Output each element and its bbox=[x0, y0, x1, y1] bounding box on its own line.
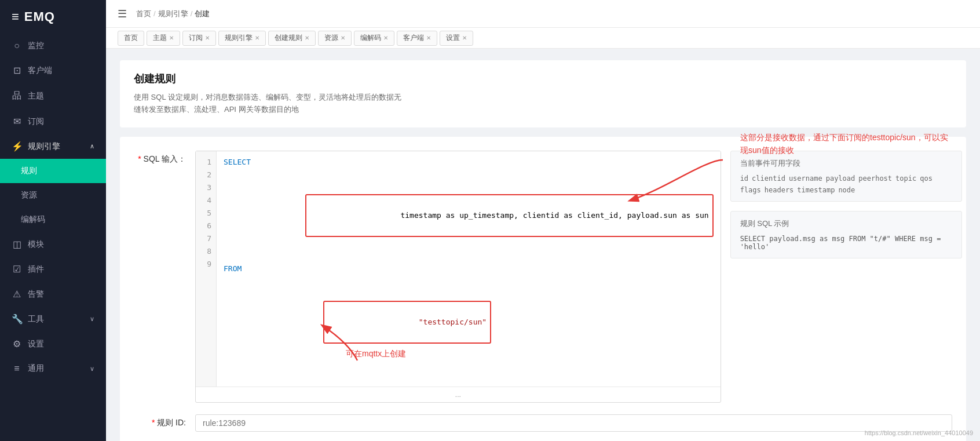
tab-topic-label: 主题 bbox=[153, 33, 167, 43]
example-title: 规则 SQL 示例 bbox=[740, 218, 952, 229]
sidebar-label-rule-engine: 规则引擎 bbox=[28, 141, 60, 152]
breadcrumb-home[interactable]: 首页 bbox=[136, 9, 151, 19]
field-flags[interactable]: flags bbox=[740, 186, 761, 194]
sidebar-label-resource: 资源 bbox=[21, 190, 37, 201]
field-id[interactable]: id bbox=[740, 174, 748, 183]
field-headers[interactable]: headers bbox=[765, 186, 794, 194]
tabbar: 首页 主题 ✕ 订阅 ✕ 规则引擎 ✕ 创建规则 ✕ 资源 ✕ 编解码 ✕ 客户… bbox=[106, 28, 980, 49]
fields-grid: id clientid username payload peerhost to… bbox=[740, 174, 952, 194]
field-qos[interactable]: qos bbox=[920, 174, 933, 183]
page-header: 创建规则 使用 SQL 设定规则，对消息数据筛选、编解码、变型，灵活地将处理后的… bbox=[120, 60, 966, 127]
rule-id-row: * 规则 ID: bbox=[134, 414, 952, 432]
breadcrumb-sep2: / bbox=[191, 9, 193, 18]
sidebar-item-monitor[interactable]: ○ 监控 bbox=[0, 34, 106, 58]
tab-settings[interactable]: 设置 ✕ bbox=[440, 31, 473, 46]
field-peerhost[interactable]: peerhost bbox=[858, 174, 892, 183]
general-chevron: ∨ bbox=[90, 365, 94, 373]
tab-subscribe[interactable]: 订阅 ✕ bbox=[182, 31, 216, 46]
tab-topic[interactable]: 主题 ✕ bbox=[147, 31, 180, 46]
logo-text: EMQ bbox=[24, 9, 55, 24]
sidebar-item-tools[interactable]: 🔧 工具 ∨ bbox=[0, 307, 106, 331]
field-node[interactable]: node bbox=[838, 186, 855, 194]
field-timestamp[interactable]: timestamp bbox=[797, 186, 835, 194]
sidebar-label-monitor: 监控 bbox=[28, 41, 44, 51]
sidebar-item-general[interactable]: ≡ 通用 ∨ bbox=[0, 356, 106, 381]
field-payload[interactable]: payload bbox=[826, 174, 855, 183]
sidebar-item-rule[interactable]: 规则 bbox=[0, 159, 106, 183]
rule-id-input[interactable] bbox=[195, 414, 952, 432]
sql-editor-row: * SQL 输入： 1 2 3 4 5 6 bbox=[134, 151, 952, 403]
logo-icon: ≡ bbox=[12, 9, 20, 24]
field-username[interactable]: username bbox=[789, 174, 822, 183]
sidebar-item-client[interactable]: ⊡ 客户端 bbox=[0, 58, 106, 83]
alert-icon: ⚠ bbox=[12, 289, 22, 300]
sidebar-label-alert: 告警 bbox=[28, 289, 44, 300]
tab-rule-engine-label: 规则引擎 bbox=[225, 33, 253, 43]
tab-rule-engine-close[interactable]: ✕ bbox=[255, 35, 259, 41]
tab-resource-close[interactable]: ✕ bbox=[341, 35, 345, 41]
code-line-2 bbox=[224, 169, 714, 181]
content-area: 创建规则 使用 SQL 设定规则，对消息数据筛选、编解码、变型，灵活地将处理后的… bbox=[106, 49, 980, 441]
tab-subscribe-label: 订阅 bbox=[189, 33, 203, 43]
tab-client-close[interactable]: ✕ bbox=[426, 35, 431, 41]
sidebar-item-resource[interactable]: 资源 bbox=[0, 183, 106, 207]
sql-editor[interactable]: 1 2 3 4 5 6 7 8 9 SELECT bbox=[196, 151, 721, 387]
sidebar-label-settings: 设置 bbox=[28, 339, 44, 349]
sidebar-item-topic[interactable]: 品 主题 bbox=[0, 83, 106, 109]
line-9: 9 bbox=[200, 258, 211, 271]
hamburger-icon[interactable]: ☰ bbox=[118, 8, 127, 20]
tab-create-rule[interactable]: 创建规则 ✕ bbox=[268, 31, 316, 46]
tab-subscribe-close[interactable]: ✕ bbox=[205, 35, 210, 41]
tab-client[interactable]: 客户端 ✕ bbox=[397, 31, 437, 46]
page-desc-line1: 使用 SQL 设定规则，对消息数据筛选、编解码、变型，灵活地将处理后的数据无 bbox=[134, 93, 401, 101]
breadcrumb-create: 创建 bbox=[195, 9, 210, 19]
sql-label: * SQL 输入： bbox=[134, 151, 186, 165]
breadcrumb-sep1: / bbox=[153, 9, 156, 18]
example-section: 规则 SQL 示例 SELECT payload.msg as msg FROM… bbox=[730, 211, 962, 258]
line-3: 3 bbox=[200, 181, 211, 194]
tab-home[interactable]: 首页 bbox=[118, 31, 144, 46]
tab-settings-close[interactable]: ✕ bbox=[462, 35, 467, 41]
sidebar-label-subscribe: 订阅 bbox=[28, 116, 44, 127]
sidebar-item-settings[interactable]: ⚙ 设置 bbox=[0, 331, 106, 356]
rule-engine-chevron: ∧ bbox=[90, 143, 94, 150]
sql-editor-container[interactable]: 1 2 3 4 5 6 7 8 9 SELECT bbox=[195, 151, 721, 403]
topnav: ☰ 首页 / 规则引擎 / 创建 bbox=[106, 0, 980, 28]
sidebar-label-topic: 主题 bbox=[28, 91, 44, 101]
code-line-9 bbox=[224, 369, 714, 382]
line-numbers: 1 2 3 4 5 6 7 8 9 bbox=[196, 151, 217, 387]
sidebar-label-general: 通用 bbox=[28, 363, 44, 374]
sidebar-item-rule-engine[interactable]: ⚡ 规则引擎 ∧ bbox=[0, 134, 106, 159]
tab-resource[interactable]: 资源 ✕ bbox=[318, 31, 352, 46]
sidebar-item-subscribe[interactable]: ✉ 订阅 bbox=[0, 109, 106, 134]
sidebar-item-alert[interactable]: ⚠ 告警 bbox=[0, 282, 106, 307]
client-icon: ⊡ bbox=[12, 65, 22, 76]
tab-topic-close[interactable]: ✕ bbox=[169, 35, 174, 41]
breadcrumb-rule-engine[interactable]: 规则引擎 bbox=[158, 9, 188, 19]
main-area: ☰ 首页 / 规则引擎 / 创建 首页 主题 ✕ 订阅 ✕ 规则引擎 ✕ 创建规… bbox=[106, 0, 980, 441]
editor-footer: ... bbox=[196, 387, 721, 402]
sidebar-item-codec[interactable]: 编解码 bbox=[0, 207, 106, 232]
code-line-7: "testtopic/sun" bbox=[224, 288, 714, 356]
code-content[interactable]: SELECT timestamp as up_timestamp, client… bbox=[217, 151, 721, 387]
sidebar-item-plugin[interactable]: ☑ 插件 bbox=[0, 257, 106, 282]
module-icon: ◫ bbox=[12, 239, 22, 250]
field-clientid[interactable]: clientid bbox=[752, 174, 785, 183]
field-topic[interactable]: topic bbox=[895, 174, 916, 183]
line-2: 2 bbox=[200, 169, 211, 181]
code-line-3: timestamp as up_timestamp, clientid as c… bbox=[224, 181, 714, 250]
tab-create-rule-close[interactable]: ✕ bbox=[305, 35, 309, 41]
monitor-icon: ○ bbox=[12, 41, 22, 51]
tab-rule-engine[interactable]: 规则引擎 ✕ bbox=[218, 31, 266, 46]
sidebar-item-module[interactable]: ◫ 模块 bbox=[0, 232, 106, 257]
line-8: 8 bbox=[200, 245, 211, 258]
tab-codec[interactable]: 编解码 ✕ bbox=[354, 31, 394, 46]
page-desc-line2: 缝转发至数据库、流处理、API 网关等数据目的地 bbox=[134, 105, 299, 114]
tab-codec-close[interactable]: ✕ bbox=[383, 35, 388, 41]
line-4: 4 bbox=[200, 194, 211, 207]
settings-icon: ⚙ bbox=[12, 338, 22, 349]
tab-create-rule-label: 创建规则 bbox=[275, 33, 302, 43]
code-line-6 bbox=[224, 275, 714, 288]
tab-resource-label: 资源 bbox=[324, 33, 338, 43]
sidebar-label-client: 客户端 bbox=[28, 65, 52, 76]
